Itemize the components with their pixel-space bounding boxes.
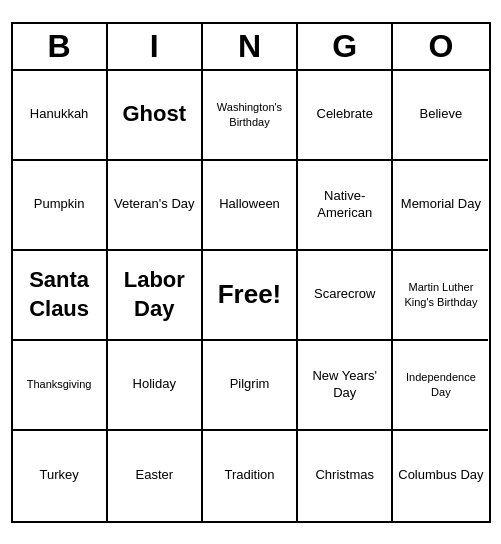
header-letter: N bbox=[203, 24, 298, 69]
bingo-cell: Easter bbox=[108, 431, 203, 521]
bingo-cell: Columbus Day bbox=[393, 431, 488, 521]
bingo-cell: Labor Day bbox=[108, 251, 203, 341]
bingo-cell: Independence Day bbox=[393, 341, 488, 431]
header-letter: O bbox=[393, 24, 488, 69]
bingo-cell: Hanukkah bbox=[13, 71, 108, 161]
header-letter: G bbox=[298, 24, 393, 69]
bingo-cell: Martin Luther King's Birthday bbox=[393, 251, 488, 341]
bingo-cell: Christmas bbox=[298, 431, 393, 521]
header-letter: B bbox=[13, 24, 108, 69]
bingo-cell: Free! bbox=[203, 251, 298, 341]
bingo-cell: Pumpkin bbox=[13, 161, 108, 251]
bingo-cell: Scarecrow bbox=[298, 251, 393, 341]
bingo-card: BINGO HanukkahGhostWashington's Birthday… bbox=[11, 22, 491, 523]
header-letter: I bbox=[108, 24, 203, 69]
bingo-cell: Washington's Birthday bbox=[203, 71, 298, 161]
bingo-cell: Halloween bbox=[203, 161, 298, 251]
bingo-cell: Believe bbox=[393, 71, 488, 161]
bingo-cell: Holiday bbox=[108, 341, 203, 431]
bingo-cell: Native-American bbox=[298, 161, 393, 251]
bingo-grid: HanukkahGhostWashington's BirthdayCelebr… bbox=[13, 71, 489, 521]
bingo-cell: Tradition bbox=[203, 431, 298, 521]
bingo-cell: Santa Claus bbox=[13, 251, 108, 341]
bingo-cell: Turkey bbox=[13, 431, 108, 521]
bingo-cell: Ghost bbox=[108, 71, 203, 161]
bingo-header: BINGO bbox=[13, 24, 489, 71]
bingo-cell: Veteran's Day bbox=[108, 161, 203, 251]
bingo-cell: Memorial Day bbox=[393, 161, 488, 251]
bingo-cell: Thanksgiving bbox=[13, 341, 108, 431]
bingo-cell: Celebrate bbox=[298, 71, 393, 161]
bingo-cell: New Years' Day bbox=[298, 341, 393, 431]
bingo-cell: Pilgrim bbox=[203, 341, 298, 431]
